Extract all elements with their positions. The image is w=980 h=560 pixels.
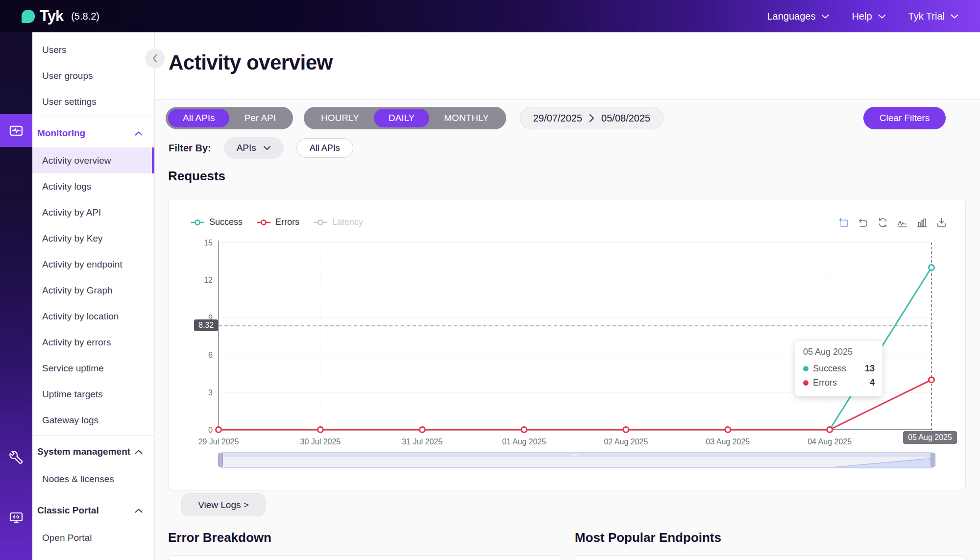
tooltip-row-errors: Errors4 [803, 376, 875, 390]
sidebar-item-activity-logs[interactable]: Activity logs [32, 173, 154, 199]
tooltip-row-success: Success13 [803, 362, 875, 376]
rail-monitoring-icon[interactable] [0, 114, 32, 147]
sidebar-item-service-uptime[interactable]: Service uptime [32, 355, 154, 381]
sidebar-item-activity-by-location[interactable]: Activity by location [32, 303, 154, 329]
sidebar-item-activity-by-api[interactable]: Activity by API [32, 199, 154, 225]
toggle-daily[interactable]: DAILY [374, 109, 430, 127]
svg-text:31 Jul 2025: 31 Jul 2025 [402, 438, 442, 446]
tooltip-series-name: Errors [813, 378, 837, 388]
datazoom-movebar[interactable] [221, 453, 932, 457]
filter-value-chip[interactable]: All APIs [296, 138, 353, 158]
topnav-label: Languages [767, 11, 815, 22]
legend-label: Errors [275, 217, 299, 227]
svg-text:3: 3 [208, 389, 213, 397]
sidebar-item-activity-by-endpoint[interactable]: Activity by endpoint [32, 251, 154, 277]
tooltip-series-name: Success [813, 364, 846, 374]
sidebar-item-user-groups[interactable]: User groups [32, 63, 154, 89]
filter-by-label: Filter By: [169, 143, 211, 154]
rail-system-wrench-icon[interactable] [0, 441, 32, 474]
topnav-languages[interactable]: Languages [767, 11, 829, 22]
sidebar-collapse-button[interactable] [145, 49, 165, 68]
sidebar-item-nodes-licenses[interactable]: Nodes & licenses [32, 466, 154, 492]
zoom-reset-icon[interactable] [858, 217, 868, 228]
sidebar-section-monitoring[interactable]: Monitoring [32, 119, 154, 147]
legend-marker-icon [313, 219, 328, 225]
datazoom-slider[interactable] [220, 452, 933, 468]
sidebar-divider [32, 435, 154, 436]
chevron-down-icon [263, 146, 271, 150]
chart-tooltip: 05 Aug 2025 Success13Errors4 [795, 341, 882, 396]
bar-chart-icon[interactable] [916, 217, 927, 228]
filter-by-row: Filter By: APIs All APIs [169, 137, 353, 159]
zoom-select-icon[interactable] [838, 217, 849, 228]
datazoom-grip-icon [571, 454, 582, 456]
legend-errors[interactable]: Errors [256, 217, 299, 227]
toggle-hourly[interactable]: HOURLY [306, 109, 374, 127]
topnav-help[interactable]: Help [852, 11, 885, 22]
tyk-logo-icon [22, 10, 35, 23]
topnav-tyk-trial[interactable]: Tyk Trial [908, 11, 958, 22]
legend-marker-icon [190, 219, 205, 225]
sidebar-item-activity-overview[interactable]: Activity overview [32, 147, 154, 173]
topnav-label: Help [852, 11, 872, 22]
sidebar-item-users[interactable]: Users [32, 37, 154, 63]
sidebar-item-open-portal[interactable]: Open Portal [32, 525, 154, 551]
datazoom-left-handle[interactable] [218, 453, 223, 467]
sidebar-item-uptime-targets[interactable]: Uptime targets [32, 381, 154, 407]
legend-success[interactable]: Success [190, 217, 243, 227]
date-range-picker[interactable]: 29/07/2025 05/08/2025 [520, 107, 663, 129]
chevron-down-icon [951, 14, 958, 19]
toggle-all-apis[interactable]: All APIs [168, 109, 229, 127]
sidebar-section-classic-portal[interactable]: Classic Portal [32, 496, 154, 525]
chevron-up-icon [135, 450, 143, 454]
sidebar-divider [32, 117, 154, 117]
series-dot-icon [803, 380, 808, 386]
svg-text:03 Aug 2025: 03 Aug 2025 [706, 438, 750, 446]
legend-latency[interactable]: Latency [313, 217, 363, 227]
sidebar-item-activity-by-errors[interactable]: Activity by errors [32, 329, 154, 355]
sidebar-item-activity-by-key[interactable]: Activity by Key [32, 225, 154, 251]
error-breakdown-title: Error Breakdown [168, 530, 271, 545]
date-from: 29/07/2025 [533, 113, 582, 124]
tooltip-series-value: 4 [870, 378, 875, 388]
sidebar-item-user-settings[interactable]: User settings [32, 89, 154, 115]
sidebar-section-label: Classic Portal [37, 505, 99, 516]
chevron-up-icon [135, 131, 143, 136]
logo-text: Tyk [40, 7, 63, 25]
chart-legend: SuccessErrorsLatency [190, 217, 363, 227]
svg-text:30 Jul 2025: 30 Jul 2025 [300, 438, 341, 446]
sidebar-item-activity-by-graph[interactable]: Activity by Graph [32, 277, 154, 303]
topbar: Tyk (5.8.2) LanguagesHelpTyk Trial [0, 0, 980, 32]
average-marker-label: 8.32 [194, 319, 218, 331]
filter-type-dropdown[interactable]: APIs [224, 137, 284, 159]
toggle-monthly[interactable]: MONTHLY [429, 109, 503, 127]
rail-portal-icon[interactable] [0, 501, 32, 534]
chevron-up-icon [135, 509, 143, 513]
sidebar-section-system-management[interactable]: System management [32, 438, 154, 466]
popular-endpoints-title: Most Popular Endpoints [575, 530, 721, 545]
svg-text:02 Aug 2025: 02 Aug 2025 [604, 438, 648, 446]
page-title: Activity overview [169, 51, 333, 74]
error-breakdown-card [168, 555, 563, 560]
chevron-left-icon [152, 54, 158, 63]
line-chart-icon[interactable] [897, 217, 907, 228]
brand: Tyk (5.8.2) [22, 7, 99, 25]
version-label: (5.8.2) [71, 11, 99, 22]
clear-filters-button[interactable]: Clear Filters [863, 107, 946, 129]
svg-text:04 Aug 2025: 04 Aug 2025 [808, 438, 852, 446]
download-icon[interactable] [936, 217, 947, 228]
legend-label: Success [209, 217, 243, 227]
sidebar-item-gateway-logs[interactable]: Gateway logs [32, 407, 154, 433]
sidebar-section-label: Monitoring [37, 128, 85, 139]
toggle-per-api[interactable]: Per API [229, 109, 290, 127]
icon-rail [0, 32, 32, 560]
sidebar-divider [32, 494, 154, 494]
datazoom-right-handle[interactable] [931, 453, 935, 467]
api-scope-toggle: All APIsPer API [166, 107, 293, 129]
svg-text:12: 12 [204, 276, 213, 284]
tooltip-series-value: 13 [865, 364, 875, 374]
restore-icon[interactable] [877, 217, 888, 228]
view-logs-button[interactable]: View Logs > [181, 493, 266, 516]
svg-text:29 Jul 2025: 29 Jul 2025 [198, 438, 239, 446]
series-dot-icon [803, 366, 808, 371]
